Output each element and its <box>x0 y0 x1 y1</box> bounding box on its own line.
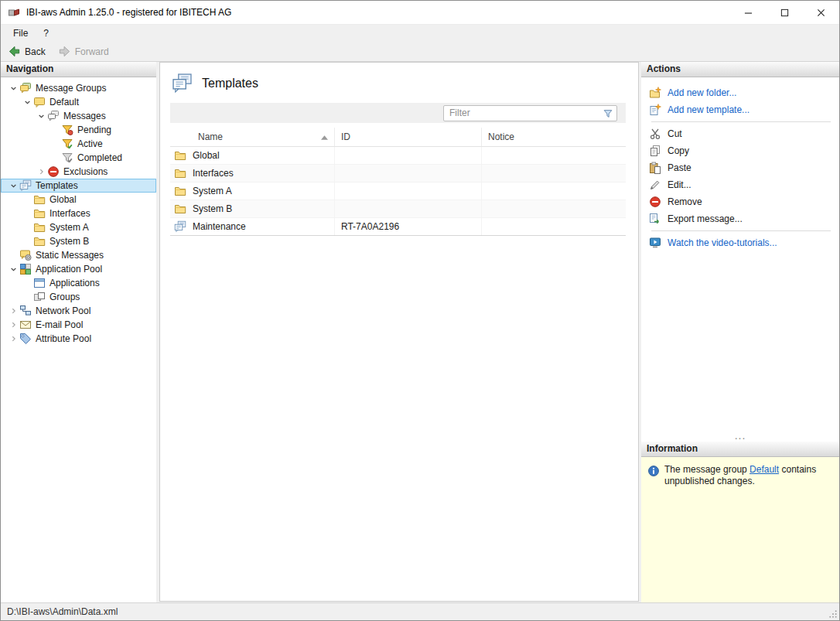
tree-item-email-pool[interactable]: E-mail Pool <box>1 318 156 332</box>
tree-item-pending[interactable]: Pending <box>1 123 156 137</box>
column-label: ID <box>341 131 350 142</box>
action-add-new-folder[interactable]: Add new folder... <box>649 84 833 101</box>
menu-bar: File ? <box>1 25 839 42</box>
table-row-global[interactable]: Global <box>170 147 626 165</box>
row-name: Maintenance <box>193 221 246 232</box>
chevron-right-icon[interactable] <box>7 333 19 345</box>
tree-item-templates[interactable]: Templates <box>1 179 156 193</box>
default-group-link[interactable]: Default <box>750 464 779 475</box>
chevron-spacer <box>21 277 33 289</box>
forward-button[interactable]: Forward <box>58 45 109 58</box>
info-icon <box>647 465 660 477</box>
action-copy[interactable]: Copy <box>649 142 833 159</box>
tree-item-static-messages[interactable]: Static Messages <box>1 248 156 262</box>
action-edit[interactable]: Edit... <box>649 176 833 193</box>
chevron-down-icon[interactable] <box>21 96 33 108</box>
templates-icon <box>19 179 32 192</box>
column-header-notice[interactable]: Notice <box>482 128 626 146</box>
action-cut[interactable]: Cut <box>649 125 833 142</box>
tree-item-label: Network Pool <box>32 305 90 316</box>
row-id: RT-7A0A2196 <box>341 221 399 232</box>
action-paste[interactable]: Paste <box>649 159 833 176</box>
back-arrow-icon <box>8 45 21 58</box>
remove-icon <box>649 196 661 208</box>
tree-item-message-groups[interactable]: Message Groups <box>1 81 156 95</box>
chevron-down-icon[interactable] <box>35 110 47 122</box>
chevron-down-icon[interactable] <box>7 179 19 192</box>
tree-item-system-b[interactable]: System B <box>1 234 156 248</box>
folder-icon <box>33 235 46 247</box>
panel-splitter-grip[interactable]: ... <box>641 432 839 442</box>
app-icon <box>8 6 20 19</box>
tree-item-exclusions[interactable]: Exclusions <box>1 165 156 179</box>
groups-icon <box>33 291 46 303</box>
tree-item-network-pool[interactable]: Network Pool <box>1 304 156 318</box>
tree-item-system-a[interactable]: System A <box>1 220 156 234</box>
action-label: Remove <box>668 196 702 207</box>
row-name: Interfaces <box>193 168 234 179</box>
filter-input[interactable] <box>443 105 617 121</box>
close-icon <box>817 9 825 17</box>
table-row-system-a[interactable]: System A <box>170 183 626 200</box>
add-folder-icon <box>649 87 661 99</box>
cell-id <box>335 165 482 182</box>
column-header-id[interactable]: ID <box>335 128 482 146</box>
tree-item-interfaces[interactable]: Interfaces <box>1 206 156 220</box>
tree-item-completed[interactable]: Completed <box>1 151 156 165</box>
row-name: System A <box>193 186 232 196</box>
tree-item-active[interactable]: Active <box>1 137 156 151</box>
messages-icon <box>47 110 60 122</box>
actions-list: Add new folder... Add new template... Cu… <box>641 77 839 251</box>
table-row-maintenance[interactable]: Maintenance RT-7A0A2196 <box>170 218 626 236</box>
tree-item-global[interactable]: Global <box>1 193 156 206</box>
chevron-down-icon[interactable] <box>7 82 19 94</box>
copy-icon <box>649 145 661 157</box>
actions-header-label: Actions <box>647 63 681 74</box>
tree-item-attribute-pool[interactable]: Attribute Pool <box>1 332 156 346</box>
forward-label: Forward <box>75 46 109 57</box>
cell-id <box>335 183 482 200</box>
edit-icon <box>649 179 661 191</box>
message-groups-icon <box>19 82 32 94</box>
menu-help[interactable]: ? <box>36 25 56 42</box>
action-watch-video-tutorials[interactable]: Watch the video-tutorials... <box>649 234 833 251</box>
folder-icon <box>33 193 46 206</box>
status-bar: D:\IBI-aws\Admin\Data.xml <box>1 602 839 620</box>
table-row-interfaces[interactable]: Interfaces <box>170 165 626 183</box>
minimize-button[interactable] <box>730 1 767 24</box>
information-header: Information <box>641 442 839 457</box>
filter-bar <box>170 103 626 123</box>
tree-item-label: System B <box>46 236 89 247</box>
chevron-right-icon[interactable] <box>7 305 19 317</box>
resize-grip-icon[interactable] <box>828 609 838 619</box>
filter-completed-icon <box>61 152 73 164</box>
filter-funnel-icon[interactable] <box>603 108 613 119</box>
application-pool-icon <box>19 263 32 275</box>
tree-item-label: Groups <box>46 292 80 302</box>
action-remove[interactable]: Remove <box>649 193 833 210</box>
column-header-name[interactable]: Name <box>170 128 335 146</box>
back-button[interactable]: Back <box>8 45 46 58</box>
tree-item-default[interactable]: Default <box>1 95 156 109</box>
tree-item-groups[interactable]: Groups <box>1 290 156 304</box>
tree-item-messages[interactable]: Messages <box>1 109 156 123</box>
action-export-message[interactable]: Export message... <box>649 210 833 227</box>
toolbar: Back Forward <box>1 42 839 62</box>
information-header-label: Information <box>647 443 698 454</box>
chevron-right-icon[interactable] <box>35 165 47 178</box>
cell-notice <box>482 183 626 200</box>
chevron-down-icon[interactable] <box>7 263 19 275</box>
tree-item-label: Application Pool <box>32 264 102 275</box>
chevron-right-icon[interactable] <box>7 319 19 331</box>
menu-file[interactable]: File <box>5 25 36 42</box>
table-row-system-b[interactable]: System B <box>170 200 626 218</box>
main-panel: Templates Name ID N <box>159 62 639 602</box>
action-add-new-template[interactable]: Add new template... <box>649 101 833 118</box>
close-button[interactable] <box>803 1 839 24</box>
email-pool-icon <box>19 319 32 331</box>
tree-item-label: Interfaces <box>46 208 90 219</box>
tree-item-application-pool[interactable]: Application Pool <box>1 262 156 276</box>
tree-item-applications[interactable]: Applications <box>1 276 156 290</box>
maximize-button[interactable] <box>767 1 803 24</box>
cell-notice <box>482 165 626 182</box>
